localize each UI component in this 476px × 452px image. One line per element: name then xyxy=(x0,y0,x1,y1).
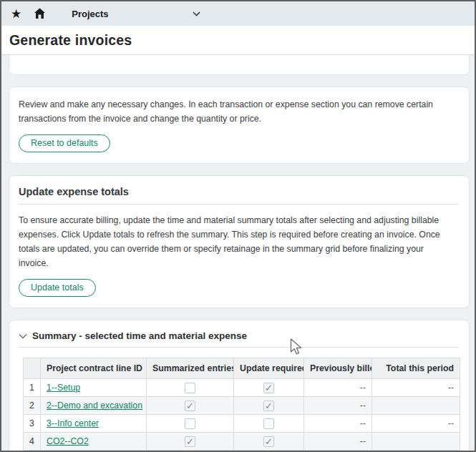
row-number: 1 xyxy=(24,379,41,397)
top-nav-bar: ★ Projects xyxy=(1,1,475,26)
col-header-rownum xyxy=(24,358,41,379)
row-number: 4 xyxy=(24,433,41,451)
update-required-checkbox[interactable] xyxy=(263,401,274,411)
contract-line-link[interactable]: 3--Info center xyxy=(47,418,99,428)
row-number: 3 xyxy=(24,415,41,433)
summary-card: Summary - selected time and material exp… xyxy=(9,320,470,452)
update-totals-instructions-text: To ensure accurate billing, update the t… xyxy=(19,213,454,270)
app-window: ★ Projects Generate invoices Review and … xyxy=(0,0,476,452)
update-required-checkbox[interactable] xyxy=(263,418,274,429)
module-dropdown-label: Projects xyxy=(72,9,108,19)
col-header-project-contract-line-id: Project contract line ID xyxy=(41,358,147,379)
update-required-checkbox[interactable] xyxy=(263,383,274,393)
collapse-chevron-icon[interactable] xyxy=(19,333,27,339)
table-header-row: Project contract line ID Summarized entr… xyxy=(24,358,460,379)
table-row: 1 1--Setup -- -- xyxy=(24,379,460,397)
row-number: 2 xyxy=(24,397,41,415)
table-row: 2 2--Demo and excavation -- xyxy=(24,397,460,415)
summary-section-title: Summary - selected time and material exp… xyxy=(32,330,247,341)
col-header-previously-billed: Previously billed xyxy=(304,358,372,379)
summary-section-header: Summary - selected time and material exp… xyxy=(19,330,459,347)
scrolled-card-remnant xyxy=(9,55,470,75)
total-this-period-value xyxy=(372,397,460,415)
summarized-entries-checkbox[interactable] xyxy=(185,401,195,411)
favorites-star-icon[interactable]: ★ xyxy=(11,8,21,20)
page-title: Generate invoices xyxy=(9,32,132,49)
total-this-period-value xyxy=(372,433,460,451)
chevron-down-icon xyxy=(193,11,200,16)
section-divider xyxy=(19,347,459,348)
page-title-band: Generate invoices xyxy=(1,26,475,55)
table-row: 4 CO2--CO2 -- xyxy=(24,433,460,451)
col-header-total-this-period: Total this period xyxy=(372,358,460,379)
previously-billed-value: -- xyxy=(304,415,372,433)
module-dropdown[interactable]: Projects xyxy=(72,9,200,19)
review-instructions-text: Review and make any necessary changes. I… xyxy=(19,97,448,126)
contract-line-link[interactable]: CO2--CO2 xyxy=(47,436,89,446)
total-this-period-value: -- xyxy=(372,379,460,397)
update-totals-button[interactable]: Update totals xyxy=(19,279,96,297)
reset-to-defaults-button[interactable]: Reset to defaults xyxy=(19,134,110,152)
previously-billed-value: -- xyxy=(304,379,372,397)
update-expense-totals-title: Update expense totals xyxy=(19,186,459,204)
table-row: 3 3--Info center -- -- xyxy=(24,415,460,433)
summarized-entries-checkbox[interactable] xyxy=(185,418,195,429)
contract-line-link[interactable]: 2--Demo and excavation xyxy=(47,401,142,411)
home-icon[interactable] xyxy=(34,8,46,19)
previously-billed-value: -- xyxy=(304,397,372,415)
col-header-summarized-entries: Summarized entries xyxy=(147,358,234,379)
summarized-entries-checkbox[interactable] xyxy=(185,383,195,393)
summary-table: Project contract line ID Summarized entr… xyxy=(23,358,460,452)
update-expense-totals-card: Update expense totals To ensure accurate… xyxy=(9,175,470,308)
review-changes-card: Review and make any necessary changes. I… xyxy=(9,87,470,164)
total-this-period-value: -- xyxy=(372,415,460,433)
contract-line-link[interactable]: 1--Setup xyxy=(47,383,80,393)
update-required-checkbox[interactable] xyxy=(263,436,274,447)
col-header-update-required: Update required xyxy=(234,358,304,379)
section-divider xyxy=(19,204,459,205)
summarized-entries-checkbox[interactable] xyxy=(185,436,195,447)
previously-billed-value: -- xyxy=(304,433,372,451)
